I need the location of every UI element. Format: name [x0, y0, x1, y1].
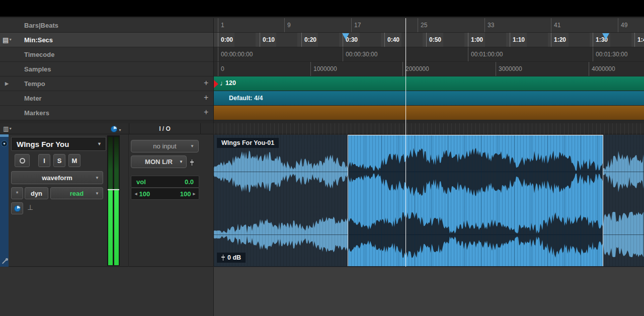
pan-right-value: 100: [180, 190, 191, 198]
io-column-header: I / O: [129, 123, 201, 134]
input-path-value: no input: [153, 142, 176, 150]
ruler-tick: 0:40: [384, 33, 399, 47]
ruler-tick: 00:00:30:00: [343, 47, 377, 61]
clip-gain-value: 0 dB: [227, 254, 241, 261]
ruler-tick: 0: [218, 62, 224, 76]
ruler-label-text: Min:Secs: [24, 36, 53, 44]
ruler-timecode-timeline[interactable]: 00:00:00:0000:00:30:0000:01:00:0000:01:3…: [214, 47, 644, 62]
ruler-tick: 49: [618, 18, 627, 32]
clip-name-badge[interactable]: WIngs For You-01: [217, 138, 279, 148]
input-path-selector[interactable]: no input ▼: [131, 140, 199, 152]
track-list-header: ▥▼ ▼ I / O: [0, 123, 644, 134]
track-list-empty-area: [0, 267, 213, 316]
ruler-view-icon[interactable]: ▤▼: [3, 36, 12, 44]
chevron-down-icon: ▼: [190, 144, 194, 148]
chevron-down-icon: ▼: [9, 38, 12, 41]
add-meter-event-button[interactable]: +: [204, 93, 208, 102]
track-color-strip[interactable]: [0, 134, 9, 267]
ruler-tick: 9: [284, 18, 291, 32]
chevron-down-icon: ▼: [9, 127, 12, 130]
selection-end-marker-icon[interactable]: [602, 33, 609, 40]
window-top-bar: [0, 0, 644, 17]
add-marker-button[interactable]: +: [204, 108, 208, 117]
audio-clip[interactable]: WIngs For You-01 0 dB: [214, 135, 644, 267]
ruler-tick: 0:10: [260, 33, 275, 47]
ruler-tick: 1:00: [468, 33, 483, 47]
edit-area-header-ticks: [214, 123, 644, 134]
disclosure-arrow-icon[interactable]: ▶: [5, 81, 9, 86]
ruler-tick: 4000000: [589, 62, 615, 76]
ruler-label-text: Timecode: [24, 51, 54, 58]
ruler-tick: 1:4: [634, 33, 644, 47]
output-path-selector[interactable]: MON L/R ▼: [131, 155, 187, 168]
ruler-label-markers[interactable]: Markers +: [0, 106, 214, 120]
output-path-value: MON L/R: [145, 158, 173, 166]
timebase-clock-button[interactable]: [11, 202, 23, 214]
ruler-min-secs-timeline[interactable]: 0:000:100:200:300:400:501:001:101:201:30…: [214, 33, 644, 47]
ruler-label-timecode[interactable]: Timecode: [0, 47, 214, 62]
song-start-marker-icon[interactable]: [214, 80, 218, 88]
add-tempo-event-button[interactable]: +: [204, 78, 208, 88]
edit-selection[interactable]: [348, 135, 603, 267]
clock-icon: [111, 126, 117, 132]
level-meter-right: [114, 137, 119, 265]
tool-wrench-icon[interactable]: [2, 258, 8, 265]
track-collapse-button[interactable]: ▼: [1, 140, 8, 147]
level-meter-left: [108, 137, 113, 265]
timebase-selector[interactable]: ▼: [111, 125, 122, 134]
ruler-samples-timeline[interactable]: 01000000200000030000004000000: [214, 62, 644, 76]
automation-mode-selector[interactable]: read ▼: [50, 187, 103, 199]
track-view-selector[interactable]: waveform ▼: [11, 171, 103, 184]
output-window-icon[interactable]: [190, 160, 194, 166]
clip-gain-badge[interactable]: 0 dB: [217, 253, 246, 263]
markers-ruler-bar[interactable]: [214, 106, 644, 120]
elastic-audio-plugin-button[interactable]: *: [11, 187, 23, 199]
ruler-label-text: Tempo: [24, 80, 45, 88]
ruler-label-bars-beats[interactable]: Bars|Beats: [0, 18, 214, 33]
track-list-view-icon[interactable]: ▥▼: [3, 125, 12, 132]
ruler-label-meter[interactable]: Meter +: [0, 91, 214, 106]
ruler-tick: 00:01:30:00: [593, 47, 627, 61]
vol-value: 0.0: [185, 178, 194, 186]
solo-button[interactable]: S: [53, 154, 65, 167]
ruler-tick: 1000000: [310, 62, 337, 76]
protools-edit-window: Bars|Beats ▤▼ Min:Secs Timecode Samples …: [0, 0, 644, 316]
ruler-tick: 17: [351, 18, 361, 32]
selection-start-marker-icon[interactable]: [342, 33, 349, 40]
ruler-label-samples[interactable]: Samples: [0, 62, 214, 76]
ruler-tick: 1: [218, 18, 224, 32]
record-enable-button[interactable]: [15, 154, 30, 167]
ruler-tick: 0:50: [426, 33, 441, 47]
tempo-ruler-bar[interactable]: ♩ 120: [214, 76, 644, 91]
ruler-label-text: Markers: [24, 109, 49, 117]
ruler-tick: 41: [551, 18, 560, 32]
pan-right-arrow-icon: ▸: [193, 191, 195, 196]
meter-ruler-bar[interactable]: Default: 4/4: [214, 91, 644, 106]
dyn-playlist-button[interactable]: dyn: [25, 187, 48, 199]
ruler-label-tempo[interactable]: ▶ Tempo +: [0, 76, 214, 91]
ruler-tick: 33: [485, 18, 494, 32]
ruler-tick: 0:20: [301, 33, 316, 47]
chevron-down-icon: ▼: [97, 141, 102, 146]
volume-display[interactable]: vol 0.0: [131, 176, 199, 188]
ruler-tick: 00:01:00:00: [468, 47, 503, 61]
ruler-tick: 00:00:00:00: [218, 47, 253, 61]
clip-name: WIngs For You-01: [221, 139, 274, 146]
chevron-down-icon: ▼: [179, 160, 183, 164]
pan-left-value: 100: [139, 190, 150, 198]
io-column-divider: [128, 134, 129, 267]
pan-display[interactable]: ◂ 100 100 ▸: [131, 188, 199, 200]
pan-left-arrow-icon: ◂: [135, 191, 137, 196]
playhead-cursor[interactable]: [406, 18, 406, 267]
edit-area-empty: [214, 267, 644, 316]
elastic-audio-disabled-icon[interactable]: ⊥: [27, 203, 33, 211]
ruler-bars-beats-timeline[interactable]: 191725334149: [214, 18, 644, 33]
ruler-label-min-secs[interactable]: ▤▼ Min:Secs: [0, 33, 214, 47]
chevron-down-icon: ▼: [95, 191, 99, 196]
chevron-down-icon: ▼: [118, 128, 122, 132]
input-monitor-button[interactable]: I: [38, 154, 50, 167]
mute-button[interactable]: M: [68, 154, 80, 167]
clip-gain-fader-icon: [221, 255, 225, 261]
track-color-tab: [0, 134, 9, 137]
track-name-plate[interactable]: WIngs For You ▼: [11, 137, 106, 151]
